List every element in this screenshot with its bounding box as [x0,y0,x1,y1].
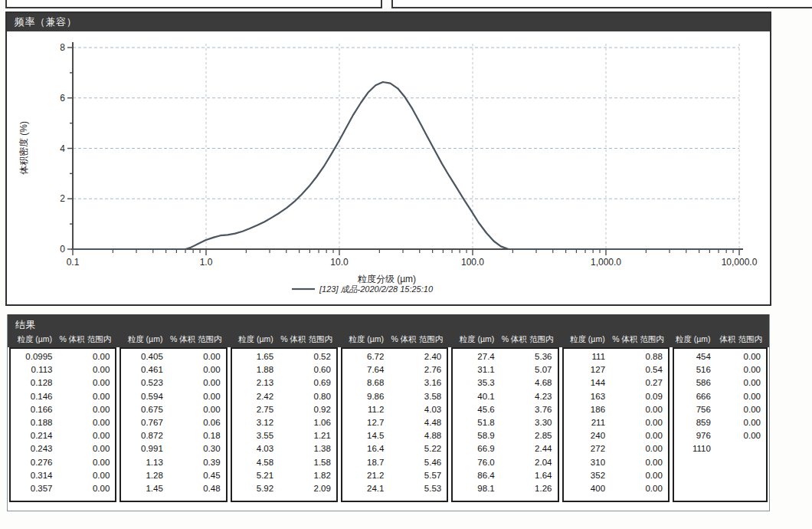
volume-percent-value: 0.00 [53,363,116,376]
results-column-header: 粒度 (µm)% 体积 范围内 [451,334,558,345]
volume-percent-value: 1.21 [273,429,336,442]
result-row: 12.74.48 [342,416,447,429]
volume-percent-value: 0.00 [163,390,226,403]
result-row: 0.1460.00 [11,390,115,403]
volume-percent-value: 1.58 [273,456,336,469]
result-row: 4540.00 [674,350,766,363]
results-column-header: 粒度 (µm)% 体积 范围内 [9,334,116,345]
volume-percent-value: 0.00 [605,403,668,416]
y-tick-label: 6 [60,93,65,104]
volume-percent-value: 0.00 [53,390,116,403]
result-row: 0.1280.00 [11,376,115,389]
particle-size-report-page: 频率（兼容） 024680.11.010.0100.01,000.010,000… [0,0,812,529]
x-tick-label: 0.1 [67,257,80,268]
volume-percent-value: 0.88 [605,350,668,363]
volume-percent-value: 0.00 [711,350,766,363]
volume-percent-value: 0.00 [53,350,116,363]
particle-size-value: 12.7 [342,416,385,429]
x-gridlines [206,44,739,249]
volume-percent-value: 0.00 [711,403,766,416]
results-column-header: 粒度 (µm)% 体积 范围内 [562,334,670,345]
particle-size-value: 310 [564,456,606,469]
volume-percent-value: 0.00 [53,403,116,416]
result-row: 1.280.45 [121,469,225,482]
volume-percent-value: 0.00 [53,482,116,495]
particle-size-value: 1.13 [121,456,163,469]
particle-size-value: 0.276 [11,456,53,469]
result-row: 2720.00 [564,442,668,455]
volume-percent-value: 1.64 [495,469,558,482]
y-tick-label: 8 [60,42,65,53]
particle-size-value: 11.2 [342,403,385,416]
size-column-header: 粒度 (µm) [673,334,711,345]
y-tick-label: 2 [60,193,65,204]
result-row: 8590.00 [674,416,766,429]
particle-size-value: 0.594 [121,390,163,403]
particle-size-value: 0.357 [11,482,53,495]
particle-size-value: 2.13 [232,376,274,389]
particle-size-value: 45.6 [453,403,495,416]
size-column-header: 粒度 (µm) [451,334,494,345]
volume-percent-value: 0.69 [273,376,336,389]
result-row: 0.9910.30 [121,442,225,455]
particle-size-value: 86.4 [453,469,495,482]
result-row: 0.6750.00 [121,403,225,416]
result-row: 11.24.03 [342,403,447,416]
results-group-box: 0.09950.000.1130.000.1280.000.1460.000.1… [9,347,116,502]
results-group-box: 0.4050.000.4610.000.5230.000.5940.000.67… [120,347,227,502]
volume-percent-value: 0.00 [53,416,116,429]
result-row: 51.83.30 [453,416,557,429]
particle-size-value: 144 [564,376,606,389]
result-row: 6.722.40 [342,350,447,363]
particle-size-value: 0.128 [11,376,53,389]
volume-percent-value: 0.45 [163,469,226,482]
volume-percent-value: 0.00 [711,390,766,403]
result-row: 86.41.64 [453,469,557,482]
particle-size-value: 24.1 [342,482,385,495]
particle-size-value: 272 [564,442,606,455]
particle-size-value: 400 [564,482,606,495]
result-row: 2110.00 [564,416,668,429]
volume-percent-value: 2.85 [495,429,558,442]
result-row: 4.031.38 [232,442,336,455]
volume-percent-value: 0.00 [163,403,226,416]
result-row: 0.7670.06 [121,416,225,429]
volume-percent-value: 0.00 [605,482,668,495]
particle-size-value: 4.03 [232,442,274,455]
volume-percent-value: 0.60 [273,363,336,376]
result-row: 7.642.76 [342,363,447,376]
x-tick-label: 1.0 [200,257,213,268]
volume-percent-value: 0.27 [605,376,668,389]
result-row: 2.130.69 [232,376,336,389]
particle-size-value: 98.1 [453,482,495,495]
particle-size-value: 0.214 [11,429,53,442]
results-column-header: 粒度 (µm)% 体积 范围内 [341,334,448,345]
result-row: 66.92.44 [453,442,557,455]
particle-size-value: 0.405 [121,350,163,363]
result-row: 1270.54 [564,363,668,376]
volume-column-header: 体积 范围内 [710,334,767,345]
result-row: 5860.00 [674,376,766,389]
result-row: 4000.00 [564,482,668,495]
x-axis-ticks: 0.11.010.0100.01,000.010,000.0 [67,249,758,268]
result-row: 76.02.04 [453,456,557,469]
particle-size-value: 58.9 [453,429,495,442]
result-row: 3.121.06 [232,416,336,429]
volume-percent-value: 0.52 [273,350,336,363]
particle-size-value: 8.68 [342,376,385,389]
volume-column-header: % 体积 范围内 [162,334,227,345]
y-tick-label: 4 [60,143,65,154]
result-row: 1630.09 [564,390,668,403]
result-row: 31.15.07 [453,363,557,376]
result-row: 1.130.39 [121,456,225,469]
result-row: 0.3140.00 [11,469,115,482]
volume-percent-value: 0.00 [711,416,766,429]
volume-percent-value: 5.36 [495,350,558,363]
volume-percent-value: 1.38 [273,442,336,455]
result-row: 27.45.36 [453,350,557,363]
particle-size-value: 21.2 [342,469,385,482]
result-row: 24.15.53 [342,482,447,495]
particle-size-value: 0.523 [121,376,163,389]
volume-percent-value: 2.09 [273,482,336,495]
result-row: 0.3570.00 [11,482,115,495]
